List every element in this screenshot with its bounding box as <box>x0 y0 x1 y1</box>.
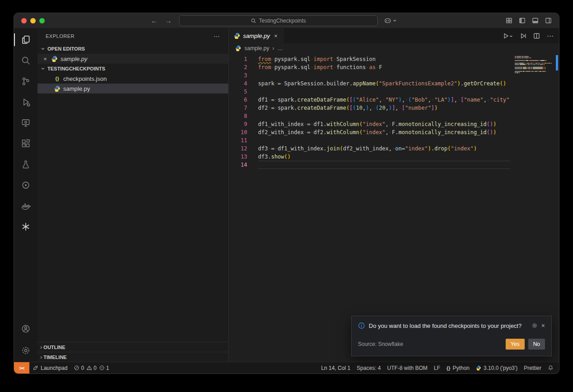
code-line[interactable]: 13df3.show() <box>229 153 510 161</box>
file-item-checkpoints-json[interactable]: {} checkpoints.json <box>38 74 228 84</box>
code-line[interactable]: 1from·pyspark.sql·import·SparkSession <box>229 55 510 63</box>
tab-bar: sample.py × ⋯ <box>229 28 559 43</box>
titlebar: ← → TestingCheckpoints <box>14 13 559 28</box>
no-button[interactable]: No <box>528 339 545 350</box>
search-icon <box>251 18 256 23</box>
notification-settings-button[interactable] <box>531 322 538 329</box>
outline-section[interactable]: › OUTLINE <box>38 342 228 352</box>
launchpad-label: Launchpad <box>41 365 67 371</box>
close-window-button[interactable] <box>21 18 27 23</box>
indentation-item[interactable]: Spaces: 4 <box>353 362 384 373</box>
code-line[interactable]: 12df3·=·df1_with_index.join(df2_with_ind… <box>229 145 510 153</box>
close-icon[interactable]: × <box>42 56 48 62</box>
record-circle-icon <box>21 180 31 190</box>
file-name: checkpoints.json <box>63 75 107 82</box>
remote-explorer-icon <box>21 118 31 128</box>
open-editors-header[interactable]: OPEN EDITORS <box>38 44 228 54</box>
timeline-section[interactable]: › TIMELINE <box>38 352 228 362</box>
file-item-sample-py[interactable]: sample.py <box>38 84 228 93</box>
code-line[interactable]: 2from·pyspark.sql·import·functions·as·F <box>229 63 510 71</box>
activity-account[interactable] <box>14 318 38 339</box>
notification-source: Source: Snowflake <box>358 341 506 347</box>
problems-item[interactable]: 0 0 1 <box>70 362 112 373</box>
chevron-down-icon <box>39 65 47 72</box>
python-file-icon <box>234 33 240 39</box>
explorer-actions-icon[interactable]: ⋯ <box>214 33 221 40</box>
chevron-right-icon: › <box>40 354 42 360</box>
breadcrumb-more[interactable]: … <box>277 45 283 51</box>
forward-icon[interactable]: → <box>165 17 172 24</box>
notifications-bell-item[interactable] <box>545 362 559 373</box>
back-icon[interactable]: ← <box>151 17 158 24</box>
split-editor-button[interactable] <box>533 33 540 39</box>
yes-button[interactable]: Yes <box>506 339 525 350</box>
activity-snowflake[interactable] <box>14 216 38 237</box>
activity-record-tool[interactable] <box>14 175 38 196</box>
notification-close-button[interactable]: × <box>541 322 545 329</box>
run-alt-button[interactable] <box>520 33 526 39</box>
code-line[interactable]: 5 <box>229 88 510 96</box>
toggle-secondary-sidebar-icon[interactable] <box>545 17 552 24</box>
line-number: 12 <box>229 145 258 153</box>
customize-layout-icon[interactable] <box>506 17 512 24</box>
notification-toast: Do you want to load the found checkpoint… <box>351 316 552 356</box>
notification-message: Do you want to load the found checkpoint… <box>369 322 528 330</box>
code-line[interactable]: 10df2_with_index·=·df2.withColumn("index… <box>229 128 510 136</box>
activity-remote-explorer[interactable] <box>14 112 38 133</box>
file-name: sample.py <box>63 85 90 92</box>
code-line[interactable]: 4spark·=·SparkSession.builder.appName("S… <box>229 79 510 88</box>
breadcrumb-file[interactable]: sample.py <box>244 45 269 51</box>
play-outline-icon <box>520 33 526 39</box>
code-line[interactable]: 3 <box>229 71 510 79</box>
activity-settings[interactable] <box>14 339 38 362</box>
breadcrumb-separator: › <box>272 45 274 51</box>
line-number: 7 <box>229 104 258 112</box>
python-interpreter-item[interactable]: 3.10.0 ('pyo3') <box>473 362 521 373</box>
code-line[interactable]: 8 <box>229 112 510 120</box>
minimap[interactable] <box>515 56 552 75</box>
formatter-name: Prettier <box>524 365 541 371</box>
activity-explorer[interactable] <box>14 29 38 50</box>
minimize-window-button[interactable] <box>30 18 36 23</box>
info-count-icon <box>99 365 105 371</box>
workspace-folder-header[interactable]: TESTINGCHECKPOINTS <box>38 64 228 74</box>
code-line[interactable]: 11 <box>229 136 510 145</box>
formatter-item[interactable]: Prettier <box>521 362 545 373</box>
line-number: 5 <box>229 88 258 96</box>
more-actions-icon[interactable]: ⋯ <box>547 32 554 40</box>
close-icon[interactable]: × <box>272 33 279 39</box>
activity-run-debug[interactable] <box>14 92 38 112</box>
traffic-lights <box>21 18 45 23</box>
overview-ruler-decoration <box>556 55 558 70</box>
toggle-panel-icon[interactable] <box>532 17 539 24</box>
toggle-sidebar-icon[interactable] <box>519 17 526 24</box>
eol-item[interactable]: LF <box>431 362 443 373</box>
run-python-file-button[interactable] <box>503 33 513 39</box>
code-line[interactable]: 7df2·=·spark.createDataFrame([(10,),·(20… <box>229 104 510 112</box>
activity-source-control[interactable] <box>14 71 38 92</box>
activity-search[interactable] <box>14 50 38 71</box>
code-line[interactable]: 9df1_with_index·=·df1.withColumn("index"… <box>229 120 510 128</box>
close-icon: × <box>541 322 545 329</box>
copilot-menu[interactable] <box>384 17 397 24</box>
code-line[interactable]: 14 <box>229 161 510 169</box>
launchpad-item[interactable]: Launchpad <box>29 362 70 373</box>
remote-indicator[interactable]: >< <box>14 362 29 373</box>
activity-docker[interactable] <box>14 196 38 216</box>
code-lines: 1from·pyspark.sql·import·SparkSession2fr… <box>229 55 510 169</box>
chevron-down-icon <box>39 45 47 52</box>
code-line[interactable]: 6df1·=·spark.createDataFrame([("Alice",·… <box>229 96 510 104</box>
warning-icon <box>86 365 92 371</box>
command-center-search[interactable]: TestingCheckpoints <box>179 15 378 26</box>
statusbar-right: Ln 14, Col 1 Spaces: 4 UTF-8 with BOM LF… <box>318 362 559 373</box>
language-mode-item[interactable]: {} Python <box>443 362 473 373</box>
info-icon <box>358 322 365 329</box>
activity-extensions[interactable] <box>14 133 38 154</box>
tab-sample-py[interactable]: sample.py × <box>229 28 284 43</box>
zoom-window-button[interactable] <box>39 18 45 23</box>
activity-testing[interactable] <box>14 154 38 175</box>
cursor-position-item[interactable]: Ln 14, Col 1 <box>318 362 354 373</box>
warning-count: 0 <box>94 365 97 371</box>
encoding-item[interactable]: UTF-8 with BOM <box>384 362 431 373</box>
open-editor-item[interactable]: × sample.py <box>38 54 228 64</box>
